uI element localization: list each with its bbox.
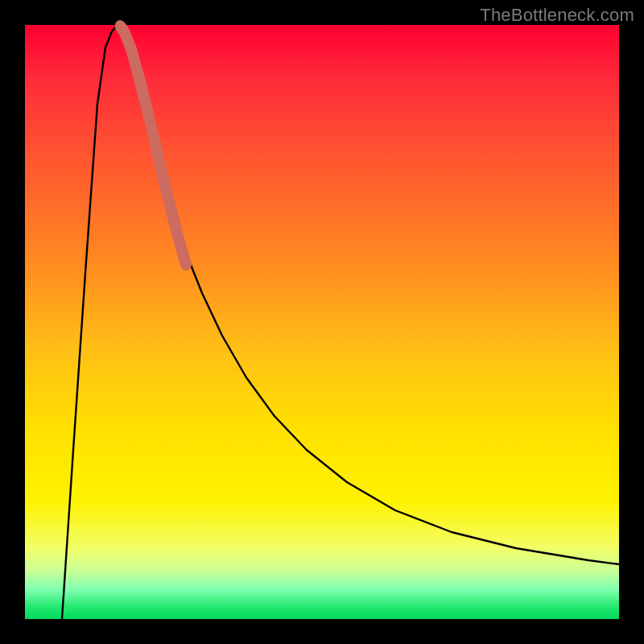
- chart-svg: [25, 25, 619, 619]
- plot-area: [25, 25, 619, 619]
- watermark-text: TheBottleneck.com: [480, 5, 634, 26]
- series-highlight-tail-dot: [120, 25, 121, 27]
- chart-frame: TheBottleneck.com: [0, 0, 644, 644]
- series-highlight-segment: [121, 27, 186, 265]
